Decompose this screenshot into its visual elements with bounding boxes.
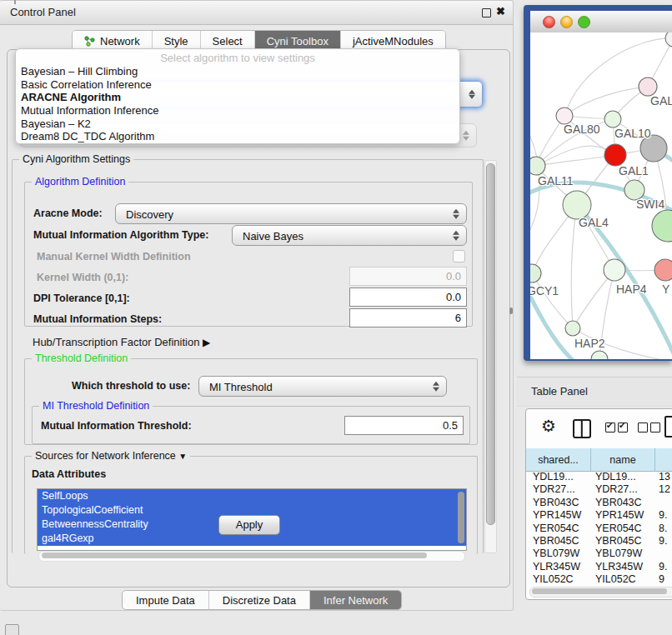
minimize-traffic-light-icon[interactable] [560, 16, 573, 28]
list-horizontal-scrollbar[interactable] [38, 551, 465, 562]
mi-steps-input[interactable]: 6 [349, 308, 467, 328]
apply-button[interactable]: Apply [218, 515, 280, 535]
combo-stepper-icon [453, 229, 460, 242]
network-node-y[interactable] [654, 259, 672, 281]
which-threshold-combobox[interactable]: MI Threshold [198, 376, 447, 397]
tab-network-label: Network [100, 35, 140, 48]
column-header-shared-name[interactable]: shared... [526, 448, 591, 472]
mi-type-combobox[interactable]: Naive Bayes [232, 225, 467, 246]
algorithm-dropdown-item[interactable]: Bayesian – K2 [16, 118, 459, 131]
combo-stepper-icon [469, 88, 476, 101]
network-node-gal4[interactable] [563, 191, 591, 219]
algorithm-dropdown-item[interactable]: Basic Correlation Inference [16, 78, 459, 92]
select-all-checkbox-icon2[interactable] [618, 422, 628, 432]
network-node-hap2[interactable] [565, 321, 580, 336]
tab-impute-data[interactable]: Impute Data [123, 591, 209, 609]
gear-icon[interactable]: ⚙ [541, 418, 556, 434]
network-node-gal1[interactable] [604, 144, 626, 166]
tab-impute-data-label: Impute Data [136, 594, 195, 607]
algorithm-dropdown-item[interactable]: ARACNE Algorithm [16, 91, 459, 104]
network-view-window: GAL7GAL80GAL10GAL1GAL11SWI4GAL4HAP4YGCY1… [524, 5, 672, 361]
control-panel-window: Control Panel ✖ Network Style Se [0, 0, 514, 611]
data-attribute-item[interactable]: SelfLoops [38, 489, 466, 503]
manual-kernel-checkbox[interactable] [453, 250, 465, 262]
manual-kernel-label: Manual Kernel Width Definition [37, 251, 191, 262]
threshold-definition-group: Threshold Definition Which threshold to … [24, 358, 478, 445]
table-row[interactable]: YPR145WYPR145W9. [526, 509, 672, 522]
table-cell: 9. [652, 535, 672, 548]
mi-threshold-group-title: MI Threshold Definition [39, 400, 153, 412]
network-node[interactable] [591, 351, 608, 359]
aracne-mode-label: Aracne Mode: [33, 208, 103, 219]
network-node[interactable] [665, 32, 672, 47]
tab-discretize-data[interactable]: Discretize Data [209, 591, 310, 609]
hub-section-toggle[interactable]: Hub/Transcription Factor Definition ▶ [33, 336, 210, 348]
table-cell: YBR043C [526, 497, 589, 509]
columns-icon[interactable] [573, 419, 591, 438]
zoom-traffic-light-icon[interactable] [578, 16, 590, 28]
algorithm-definition-group: Algorithm Definition Aracne Mode: Discov… [24, 182, 473, 327]
dpi-tolerance-input[interactable]: 0.0 [349, 288, 467, 307]
table-row[interactable]: YBR045CYBR045C9. [526, 535, 672, 548]
table-cell: YPR145W [589, 509, 652, 522]
tab-infer-network[interactable]: Infer Network [310, 591, 401, 609]
deselect-all-checkbox-icon[interactable] [638, 422, 648, 432]
network-node-gal80[interactable] [556, 108, 573, 124]
list-vertical-scrollbar[interactable] [458, 492, 464, 543]
table-row[interactable]: YER054CYER054C8. [526, 522, 672, 535]
scrollbar-thumb[interactable] [486, 163, 495, 525]
table-horizontal-scrollbar[interactable] [529, 587, 672, 598]
network-node-gcy1[interactable] [530, 264, 541, 282]
cyni-bottom-tabbar: Impute Data Discretize Data Infer Networ… [122, 590, 402, 610]
table-row[interactable]: YDL19...YDL19...13 [526, 471, 672, 483]
chevron-down-icon: ▼ [178, 452, 187, 461]
minimized-panel-icon[interactable] [5, 624, 19, 635]
column-header-partial[interactable]: A [655, 448, 672, 472]
aracne-mode-combobox[interactable]: Discovery [115, 203, 467, 224]
splitter-handle[interactable] [509, 308, 513, 314]
algorithm-dropdown-item[interactable]: Dream8 DC_TDC Algorithm [16, 130, 459, 143]
mi-type-label: Mutual Information Algorithm Type: [33, 229, 208, 241]
table-cell: 13 [652, 471, 672, 483]
table-cell: YDR27... [589, 483, 652, 496]
network-node-hap4[interactable] [604, 259, 625, 281]
algorithm-dropdown: Select algorithm to view settings Bayesi… [15, 48, 460, 144]
network-edge[interactable] [536, 146, 615, 166]
algorithm-dropdown-item[interactable]: Mutual Information Inference [16, 104, 459, 118]
table-cell: YDR27... [526, 483, 589, 496]
network-node-label: GAL4 [579, 216, 609, 229]
network-canvas[interactable]: GAL7GAL80GAL10GAL1GAL11SWI4GAL4HAP4YGCY1… [530, 32, 672, 359]
network-node[interactable] [652, 210, 672, 242]
kernel-width-input[interactable]: 0.0 [349, 267, 467, 286]
deselect-all-checkbox-icon2[interactable] [650, 422, 660, 432]
network-edge[interactable] [536, 155, 615, 166]
new-table-icon[interactable] [664, 416, 672, 438]
table-row[interactable]: YBL079WYBL079W [526, 548, 672, 560]
network-node-gal11[interactable] [530, 157, 545, 175]
network-node-label: GAL10 [614, 127, 651, 140]
mi-steps-label: Mutual Information Steps: [33, 313, 162, 325]
settings-vertical-scrollbar[interactable] [484, 160, 497, 553]
network-edge[interactable] [532, 273, 573, 328]
column-header-name[interactable]: name [591, 448, 655, 472]
select-all-checkbox-icon[interactable] [605, 422, 615, 432]
close-icon[interactable]: ✖ [496, 5, 505, 18]
mi-threshold-input[interactable]: 0.5 [344, 416, 464, 435]
network-edge[interactable] [571, 205, 577, 328]
network-node-gal10[interactable] [604, 111, 621, 128]
table-row[interactable]: YDR27...YDR27...12 [526, 483, 672, 496]
scrollbar-thumb[interactable] [532, 588, 667, 594]
table-cell [652, 548, 672, 560]
float-window-icon[interactable] [482, 8, 491, 18]
close-traffic-light-icon[interactable] [543, 16, 555, 28]
scrollbar-thumb[interactable] [42, 552, 427, 558]
table-row[interactable]: YIL052CYIL052C9 [526, 573, 672, 586]
settings-group-title: Cyni Algorithm Settings [19, 153, 133, 165]
mi-type-value: Naive Bayes [243, 229, 303, 242]
table-row[interactable]: YLR345WYLR345W9. [526, 561, 672, 573]
network-view-titlebar[interactable] [530, 11, 672, 33]
table-row[interactable]: YBR043CYBR043C [526, 497, 672, 509]
sources-group-title[interactable]: Sources for Network Inference ▼ [32, 450, 190, 462]
network-node-gal7[interactable] [639, 78, 657, 96]
algorithm-dropdown-item[interactable]: Bayesian – Hill Climbing [16, 65, 459, 78]
